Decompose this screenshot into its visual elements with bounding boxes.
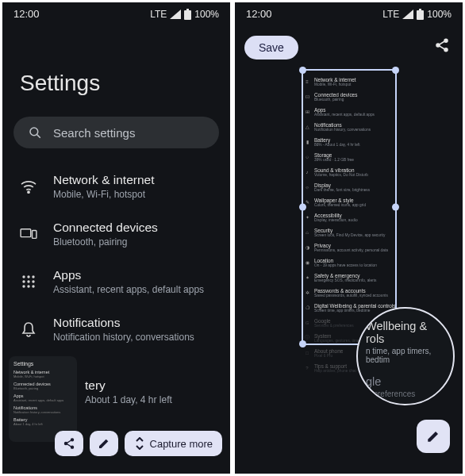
svg-rect-22 xyxy=(419,9,421,10)
edit-button[interactable] xyxy=(90,431,118,456)
thumb-row: Network & internetMobile, Wi-Fi, hotspot xyxy=(13,370,72,378)
status-right: LTE 100% xyxy=(150,9,219,20)
mini-icon: □ xyxy=(305,351,309,355)
loupe-line1b: rols xyxy=(366,332,447,345)
item-title: Notifications xyxy=(53,316,194,330)
screenshot-action-bar: Capture more xyxy=(55,431,222,456)
item-sub: Bluetooth, pairing xyxy=(53,236,158,248)
svg-point-4 xyxy=(28,191,29,193)
svg-line-27 xyxy=(440,46,445,49)
share-button-top[interactable] xyxy=(434,37,450,56)
settings-item-connected-devices[interactable]: Connected devices Bluetooth, pairing xyxy=(13,210,219,258)
svg-point-12 xyxy=(32,280,34,282)
svg-point-9 xyxy=(32,275,34,278)
thumb-row: BatteryAbout 1 day, 4 hr left xyxy=(13,417,72,426)
item-sub: About 1 day, 4 hr left xyxy=(85,394,172,405)
search-placeholder: Search settings xyxy=(53,126,135,140)
svg-rect-5 xyxy=(21,229,31,237)
battery-icon xyxy=(184,9,191,20)
svg-point-23 xyxy=(444,39,448,42)
page-title: Settings xyxy=(2,23,230,117)
expand-vertical-icon xyxy=(134,437,145,450)
svg-point-14 xyxy=(27,285,29,287)
edit-fab[interactable] xyxy=(417,420,450,453)
item-sub: Notification history, conversations xyxy=(53,332,194,343)
svg-line-3 xyxy=(37,135,40,138)
thumb-title: Settings xyxy=(13,361,72,367)
status-time: 12:00 xyxy=(246,8,272,20)
thumb-row: NotificationsNotification history, conve… xyxy=(13,405,72,414)
svg-rect-0 xyxy=(184,10,191,20)
svg-point-11 xyxy=(27,280,29,282)
magnifier[interactable]: Wellbeing & rols n time, app timers, bed… xyxy=(356,307,455,405)
svg-point-15 xyxy=(32,285,34,287)
share-icon xyxy=(63,437,75,450)
status-right: LTE 100% xyxy=(382,9,452,20)
crop-handle-bl[interactable] xyxy=(299,340,306,347)
save-button[interactable]: Save xyxy=(244,36,298,60)
phone-right: 12:00 LTE 100% Save ≡Network & internetM… xyxy=(235,2,463,474)
status-network-label: LTE xyxy=(382,9,399,20)
status-bar: 12:00 LTE 100% xyxy=(2,2,230,23)
capture-more-button[interactable]: Capture more xyxy=(125,431,222,456)
loupe-line1a: Wellbeing & xyxy=(366,320,447,332)
svg-point-18 xyxy=(71,446,73,448)
thumb-row: AppsAssistant, recent apps, default apps xyxy=(13,393,72,402)
settings-item-network[interactable]: Network & internet Mobile, Wi-Fi, hotspo… xyxy=(13,163,219,210)
svg-point-25 xyxy=(444,48,448,52)
share-button[interactable] xyxy=(55,431,83,456)
loupe-sub1: n time, app timers, bedtim xyxy=(366,347,447,364)
svg-point-24 xyxy=(436,44,440,47)
svg-rect-1 xyxy=(186,9,189,10)
share-icon xyxy=(434,37,450,53)
status-time: 12:00 xyxy=(13,8,40,20)
item-title: Connected devices xyxy=(53,221,158,235)
wifi-icon xyxy=(20,178,37,195)
apps-icon xyxy=(20,273,37,290)
crop-handle-tl[interactable] xyxy=(299,67,306,74)
bell-icon xyxy=(20,321,37,338)
crop-handle-tr[interactable] xyxy=(392,67,399,74)
svg-point-2 xyxy=(30,128,38,136)
svg-point-17 xyxy=(64,442,67,444)
svg-point-16 xyxy=(71,439,73,441)
phone-left: 12:00 LTE 100% Settings Search settings … xyxy=(2,2,230,474)
item-title: tery xyxy=(85,378,106,392)
capture-more-label: Capture more xyxy=(150,438,213,450)
pencil-icon xyxy=(98,437,110,450)
status-bar: 12:00 LTE 100% xyxy=(235,2,463,23)
svg-point-7 xyxy=(22,275,25,278)
item-title: Network & internet xyxy=(53,173,155,187)
status-battery-pct: 100% xyxy=(194,9,219,20)
svg-line-19 xyxy=(67,440,71,443)
svg-rect-21 xyxy=(417,10,424,20)
svg-line-26 xyxy=(440,41,445,44)
svg-point-8 xyxy=(27,275,29,278)
signal-icon xyxy=(170,10,181,19)
battery-icon xyxy=(417,9,424,20)
pencil-icon xyxy=(426,429,440,443)
settings-list: Network & internet Mobile, Wi-Fi, hotspo… xyxy=(2,163,230,353)
crop-selection[interactable] xyxy=(302,69,397,345)
signal-icon xyxy=(402,10,413,19)
item-sub: Mobile, Wi-Fi, hotspot xyxy=(53,189,155,200)
devices-icon xyxy=(20,225,37,243)
crop-handle-left[interactable] xyxy=(299,204,306,211)
svg-rect-6 xyxy=(33,231,37,239)
loupe-line2: gle xyxy=(366,375,447,388)
svg-line-20 xyxy=(67,444,71,447)
settings-item-battery-partial[interactable]: tery About 1 day, 4 hr left xyxy=(85,378,172,405)
settings-item-notifications[interactable]: Notifications Notification history, conv… xyxy=(13,305,219,353)
thumb-row: Connected devicesBluetooth, pairing xyxy=(13,382,72,390)
item-sub: Assistant, recent apps, default apps xyxy=(53,284,204,295)
item-title: Apps xyxy=(53,268,204,282)
status-battery-pct: 100% xyxy=(427,9,452,20)
settings-item-apps[interactable]: Apps Assistant, recent apps, default app… xyxy=(13,258,219,305)
svg-point-13 xyxy=(22,285,25,287)
status-network-label: LTE xyxy=(150,9,167,20)
crop-handle-right[interactable] xyxy=(392,204,399,211)
mini-icon: ? xyxy=(305,366,309,370)
screenshot-thumbnail[interactable]: Settings Network & internetMobile, Wi-Fi… xyxy=(9,356,77,442)
svg-point-10 xyxy=(22,280,25,282)
search-settings[interactable]: Search settings xyxy=(13,117,219,148)
